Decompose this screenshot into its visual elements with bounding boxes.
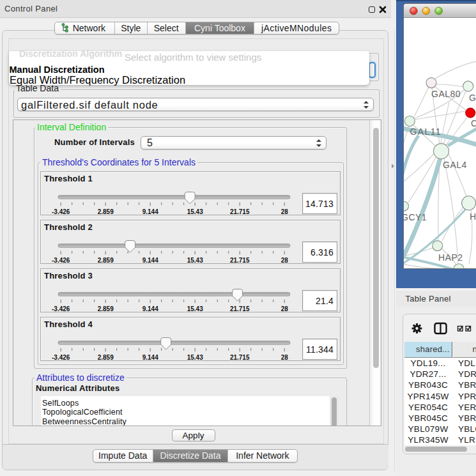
svg-text:HAP2: HAP2: [438, 252, 463, 263]
svg-text:2.859: 2.859: [98, 354, 114, 361]
svg-text:21.715: 21.715: [230, 208, 250, 215]
svg-text:9.144: 9.144: [142, 208, 158, 215]
svg-text:GAL3: GAL3: [469, 93, 476, 103]
svg-text:28: 28: [281, 305, 289, 312]
svg-text:15.43: 15.43: [187, 257, 203, 264]
svg-text:-3.426: -3.426: [52, 354, 70, 361]
svg-text:-3.426: -3.426: [52, 208, 70, 215]
svg-text:CRZ1: CRZ1: [471, 118, 476, 128]
svg-text:2.859: 2.859: [98, 208, 114, 215]
svg-text:GAL11: GAL11: [410, 127, 442, 137]
svg-text:15.43: 15.43: [187, 305, 203, 312]
svg-text:15.43: 15.43: [187, 354, 203, 361]
svg-text:GAL4: GAL4: [443, 160, 467, 170]
svg-text:28: 28: [281, 354, 289, 361]
svg-text:GCY1: GCY1: [404, 212, 427, 222]
svg-text:GAL80: GAL80: [431, 89, 461, 99]
svg-text:2.859: 2.859: [98, 305, 114, 312]
svg-text:15.43: 15.43: [187, 208, 203, 215]
svg-text:9.144: 9.144: [142, 257, 158, 264]
svg-text:HAP4: HAP4: [470, 211, 476, 222]
svg-text:9.144: 9.144: [142, 354, 158, 361]
svg-text:21.715: 21.715: [230, 354, 250, 361]
svg-text:-3.426: -3.426: [52, 305, 70, 312]
svg-text:21.715: 21.715: [230, 257, 250, 264]
svg-text:28: 28: [281, 257, 289, 264]
svg-text:21.715: 21.715: [230, 305, 250, 312]
svg-text:9.144: 9.144: [142, 305, 158, 312]
svg-text:-3.426: -3.426: [52, 257, 70, 264]
svg-text:2.859: 2.859: [98, 257, 114, 264]
svg-text:28: 28: [281, 208, 289, 215]
